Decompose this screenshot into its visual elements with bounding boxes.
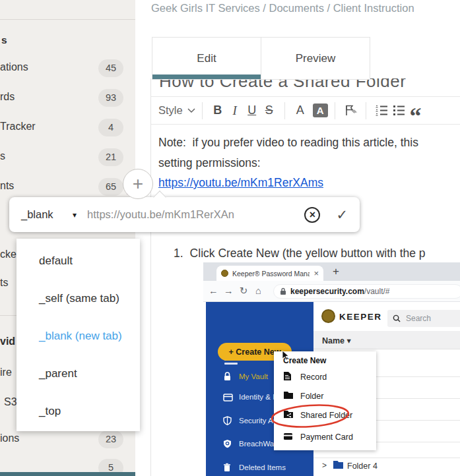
style-dropdown[interactable]: Style [158,104,183,117]
trash-icon [223,463,231,475]
keeper-logo-text: KEEPER [339,312,382,322]
underline-button[interactable]: U [244,101,261,121]
italic-button[interactable]: I [226,101,244,121]
url-path: /vault/# [364,287,390,296]
toolbar-separator [284,102,285,119]
link-target-select[interactable]: _blank [21,208,73,221]
keeper-logo-icon [321,309,335,323]
numbered-list-icon[interactable] [373,101,390,121]
menu-item-payment-card: Payment Card [274,430,376,444]
sidebar-item-label: vid [0,336,15,347]
link-edit-popup: _blank ▾ https://youtu.be/mKm1RerXAn × ✓ [9,197,360,232]
editor-toolbar: Style B I U S A A “ [151,96,460,125]
confirm-link-button[interactable]: ✓ [336,207,348,223]
sidebar-item-label: Tracker [0,121,36,133]
reload-icon: ↻ [240,285,247,296]
sidebar-item-label: ire [0,367,12,378]
sidebar-item-label: ts [0,277,8,289]
note-text-line1: Note: if you prefer video to reading thi… [158,136,418,150]
dropdown-caret-icon[interactable]: ▾ [73,210,77,220]
keeper-folder-row: > Folder 4 [313,458,460,474]
target-option-default[interactable]: default [16,242,140,280]
app-root: s ations 45 rds 93 Tracker 4 s 21 nts 65… [0,0,460,476]
sidebar-item-label: s [0,150,5,162]
toolbar-separator [366,102,366,119]
sidebar-item-count: 45 [98,59,123,77]
sidebar-item[interactable]: s 21 [0,148,135,166]
red-annotation-ellipse [269,401,351,431]
browser-tab-strip: Keeper® Password Manager & × + [203,262,460,281]
forward-icon: → [224,285,234,296]
list-text: Click Create New (the yellow button with… [190,247,426,260]
target-option-self[interactable]: _self (same tab) [16,280,140,317]
sidebar-item[interactable]: rds 93 [0,89,135,107]
tab-edit[interactable]: Edit [152,38,261,79]
lock-icon [280,287,286,295]
toolbar-separator [335,102,335,119]
note-text-line2: setting permissions: [158,156,261,170]
bold-button[interactable]: B [209,101,226,121]
sidebar-item-label: ions [0,432,19,444]
payment-card-icon [283,431,293,443]
url-domain: keepersecurity.com [290,287,364,296]
target-option-parent[interactable]: _parent [16,355,140,392]
menu-item-record: Record [274,370,376,384]
sidebar-item[interactable]: Tracker 4 [0,119,135,136]
format-painter-icon[interactable] [342,101,359,121]
sidebar-section-label: s [1,34,7,46]
blockquote-icon[interactable]: “ [407,96,424,126]
clear-url-button[interactable]: × [304,207,320,223]
text-color-button[interactable]: A [292,101,309,121]
keeper-nav-deleted-items: Deleted Items [206,461,313,475]
youtube-link[interactable]: https://youtu.be/mKm1RerXAms [158,176,323,190]
sidebar-item-label: ations [0,61,28,73]
sidebar-item[interactable]: ations 45 [0,59,135,77]
target-option-blank[interactable]: _blank (new tab) [16,317,140,355]
sidebar-item-count: 93 [98,89,123,107]
shield-icon [223,416,232,428]
blue-folder-icon [333,460,344,472]
document-title-clipped: How to Create a Shared Folder [159,78,460,89]
link-url-input[interactable]: https://youtu.be/mKm1RerXAn [87,208,299,221]
strikethrough-button[interactable]: S [261,101,278,121]
toolbar-separator [202,102,203,119]
url-bar: keepersecurity.com /vault/# [273,284,460,299]
record-icon [283,371,292,384]
link-target-menu: default _self (same tab) _blank (new tab… [16,239,140,431]
chevron-down-icon[interactable] [187,108,195,113]
embedded-screenshot[interactable]: Keeper® Password Manager & × + ← → ↻ ⌂ k… [203,262,460,476]
tab-preview-label: Preview [296,52,335,65]
sidebar-item-label: S3 [4,396,17,408]
sidebar-bottom-bar [0,472,135,476]
sidebar-item-label: cke [0,249,16,260]
sidebar-item-label: nts [0,180,14,192]
search-icon [393,314,401,322]
tab-edit-label: Edit [197,52,216,65]
breadcrumb[interactable]: Geek Girls IT Services / Documents / Cli… [151,2,414,15]
sidebar-item[interactable]: ions 23 [0,431,135,448]
sidebar-item-count: 21 [98,148,123,166]
browser-tab-title: Keeper® Password Manager & [232,270,310,278]
tab-preview[interactable]: Preview [261,38,370,79]
keeper-top-bar: KEEPER Search [313,302,460,331]
editor-tabs: Edit Preview [152,37,370,80]
target-option-top[interactable]: _top [16,392,140,430]
keeper-favicon [221,270,228,277]
sidebar-item-count: 23 [98,431,123,448]
keeper-search-box: Search [387,310,460,327]
home-icon: ⌂ [255,285,261,296]
keeper-list-header: Name ▾ [313,331,460,349]
card-icon [223,392,233,404]
sidebar-item[interactable]: nts 65 [0,178,135,196]
active-tab-underline [152,74,261,79]
browser-tab: Keeper® Password Manager & × [216,266,323,281]
sidebar-item-count: 4 [98,119,123,136]
insert-block-button[interactable]: + [123,169,153,199]
editor-left-border [150,78,151,476]
background-color-button[interactable]: A [313,104,328,117]
plus-icon: + [133,173,143,194]
tab-close-icon: × [313,268,319,278]
search-placeholder: Search [406,314,431,323]
bullet-list-icon[interactable] [390,101,407,121]
new-tab-icon: + [333,265,339,278]
